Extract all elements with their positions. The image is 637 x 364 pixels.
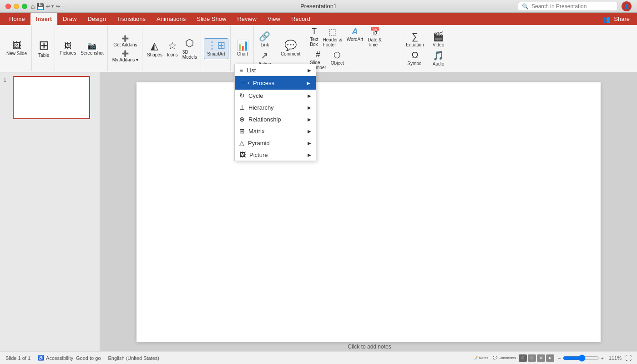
slide-preview-1[interactable]	[13, 76, 90, 119]
minimize-button[interactable]	[14, 4, 19, 9]
list-menu-icon: ≡	[239, 66, 243, 74]
title-bar: ⌂ 💾 ↩ ▾ ↪ ⋯ Presentation1 🔍 👤	[0, 0, 637, 13]
equation-button[interactable]: ∑ Equation	[404, 30, 425, 48]
zoom-level: 111%	[606, 355, 622, 361]
screenshot-button[interactable]: 📷 Screenshot	[79, 40, 106, 56]
accessibility-status: ♿ Accessibility: Good to go	[38, 355, 101, 361]
user-profile-icon[interactable]: 👤	[622, 1, 632, 11]
smartart-button[interactable]: ⋮⊞ SmartArt	[204, 38, 228, 59]
reading-view-button[interactable]: ⊠	[537, 354, 545, 362]
menu-item-cycle[interactable]: ↻ Cycle ▶	[235, 90, 316, 101]
search-input[interactable]	[531, 3, 614, 10]
tab-slideshow[interactable]: Slide Show	[191, 13, 232, 25]
relationship-menu-label: Relationship	[248, 116, 281, 123]
chart-button[interactable]: 📊 Chart	[233, 39, 252, 59]
close-button[interactable]	[5, 4, 11, 9]
tab-design[interactable]: Design	[82, 13, 111, 25]
shapes-icon: ◭	[151, 40, 158, 52]
comment-button[interactable]: 💬 Comment	[278, 39, 303, 59]
slide-info: Slide 1 of 1	[5, 355, 30, 361]
3d-models-button[interactable]: ⬡ 3DModels	[181, 36, 199, 61]
zoom-range[interactable]	[563, 354, 599, 362]
link-label: Link	[261, 42, 269, 47]
matrix-menu-icon: ⊞	[239, 127, 245, 135]
tab-transitions[interactable]: Transitions	[111, 13, 151, 25]
picture-menu-icon: 🖼	[239, 151, 246, 158]
save-icon[interactable]: 💾	[36, 3, 44, 10]
menu-item-matrix[interactable]: ⊞ Matrix ▶	[235, 125, 316, 137]
toolbar-group-addins: ➕ Get Add-ins ➕ My Add-ins ▾	[109, 26, 142, 71]
tab-view[interactable]: View	[262, 13, 286, 25]
chart-icon: 📊	[237, 40, 249, 51]
menu-item-process[interactable]: ⟶ Process ▶	[235, 76, 316, 90]
zoom-out-icon[interactable]: −	[558, 355, 561, 361]
tab-draw[interactable]: Draw	[57, 13, 82, 25]
undo-icon[interactable]: ↩	[46, 3, 51, 10]
tab-review[interactable]: Review	[232, 13, 262, 25]
my-addins-label: My Add-ins ▾	[112, 57, 138, 62]
menu-item-pyramid[interactable]: △ Pyramid ▶	[235, 137, 316, 149]
redo-icon[interactable]: ↪	[56, 3, 60, 10]
link-button[interactable]: 🔗 Link	[257, 30, 272, 48]
tab-record[interactable]: Record	[286, 13, 316, 25]
slide-thumbnail-1[interactable]: 1	[4, 76, 96, 119]
toolbar-group-slides: 🖼 New Slide	[2, 26, 32, 71]
header-footer-button[interactable]: ⬚ Header &Footer	[321, 26, 344, 48]
hierarchy-submenu-icon: ▶	[308, 105, 311, 110]
date-time-button[interactable]: 📅 Date &Time	[366, 26, 384, 48]
list-menu-label: List	[247, 67, 256, 74]
notes-button[interactable]: 📝 Notes	[471, 354, 490, 362]
process-menu-icon: ⟶	[240, 79, 249, 86]
table-label: Table	[38, 53, 49, 58]
icons-button[interactable]: ☆ Icons	[165, 39, 180, 58]
normal-view-button[interactable]: ⊞	[519, 354, 527, 362]
shapes-button[interactable]: ◭ Shapes	[145, 39, 164, 58]
slide-sorter-button[interactable]: ⊟	[528, 354, 536, 362]
fit-to-window-icon[interactable]: ⛶	[625, 354, 632, 362]
my-addins-button[interactable]: ➕ My Add-ins ▾	[111, 49, 140, 63]
text-box-button[interactable]: T TextBox	[308, 26, 320, 48]
video-button[interactable]: 🎬 Video	[431, 30, 446, 48]
pictures-button[interactable]: 🖼 Pictures	[58, 41, 78, 56]
add-notes-hint[interactable]: Click to add notes	[346, 344, 391, 350]
search-bar[interactable]: 🔍	[518, 2, 618, 11]
toolbar-group-text: T TextBox ⬚ Header &Footer A WordArt 📅 D…	[306, 26, 401, 71]
comments-button[interactable]: 💬 Comments	[491, 354, 518, 362]
tab-home[interactable]: Home	[4, 13, 30, 25]
table-button[interactable]: ⊞ Table	[35, 37, 53, 60]
date-time-icon: 📅	[370, 27, 380, 37]
comment-label: Comment	[281, 51, 300, 57]
get-addins-label: Get Add-ins	[113, 42, 137, 47]
zoom-in-icon[interactable]: +	[601, 355, 604, 361]
menu-item-list[interactable]: ≡ List ▶	[235, 64, 316, 76]
toolbar-group-images: 🖼 Pictures 📷 Screenshot	[56, 26, 108, 71]
back-icon[interactable]: ⌂	[31, 3, 35, 10]
symbol-button[interactable]: Ω Symbol	[405, 49, 424, 67]
share-label[interactable]: Share	[614, 15, 630, 22]
zoom-slider[interactable]: − + 111%	[558, 354, 622, 362]
slide-canvas[interactable]	[136, 82, 601, 342]
new-slide-button[interactable]: 🖼 New Slide	[4, 39, 30, 58]
traffic-lights[interactable]	[5, 4, 27, 9]
toolbar-group-shapes: ◭ Shapes ☆ Icons ⬡ 3DModels	[143, 26, 201, 71]
presentation-view-button[interactable]: ▶	[546, 354, 554, 362]
audio-button[interactable]: 🎵 Audio	[431, 49, 446, 67]
tab-insert[interactable]: Insert	[30, 13, 57, 25]
tab-animations[interactable]: Animations	[151, 13, 191, 25]
get-addins-button[interactable]: ➕ Get Add-ins	[111, 34, 139, 48]
menu-item-relationship[interactable]: ⊕ Relationship ▶	[235, 113, 316, 125]
search-icon: 🔍	[522, 3, 529, 10]
undo-dropdown-icon[interactable]: ▾	[51, 4, 54, 9]
content-area: Click to add notes	[100, 72, 637, 360]
more-icon[interactable]: ⋯	[62, 4, 66, 9]
main-area: 1 Click to add notes	[0, 72, 637, 360]
hierarchy-menu-label: Hierarchy	[248, 104, 274, 111]
wordart-button[interactable]: A WordArt	[345, 26, 365, 48]
object-button[interactable]: ⬡ Object	[329, 49, 346, 71]
menu-item-hierarchy[interactable]: ⊥ Hierarchy ▶	[235, 101, 316, 113]
toolbar-group-equations: ∑ Equation Ω Symbol	[402, 26, 428, 71]
maximize-button[interactable]	[22, 4, 27, 9]
menu-item-picture[interactable]: 🖼 Picture ▶	[235, 149, 316, 161]
shapes-label: Shapes	[147, 52, 162, 57]
screenshot-label: Screenshot	[81, 51, 104, 56]
